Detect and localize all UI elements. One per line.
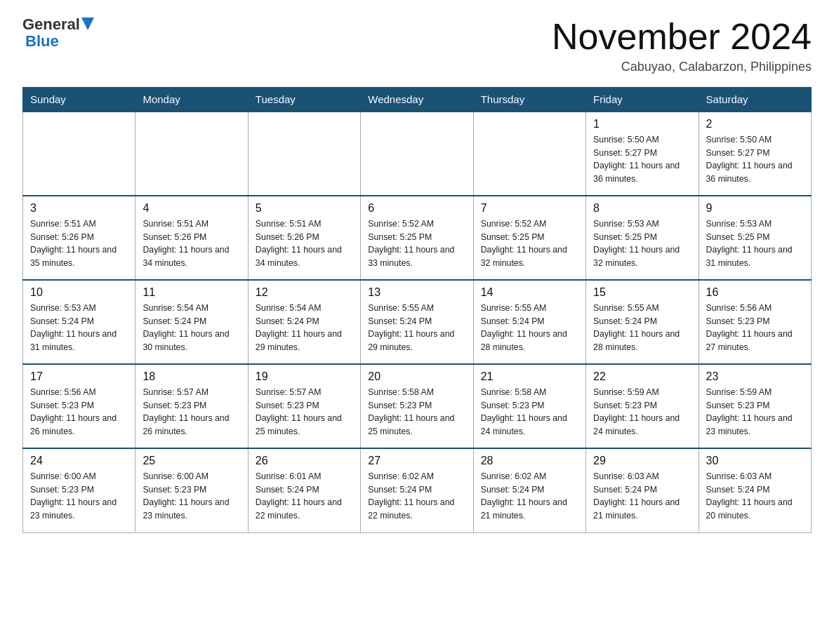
day-cell [23, 112, 135, 196]
weekday-header-saturday: Saturday [699, 88, 811, 112]
day-cell [135, 112, 248, 196]
day-cell: 17Sunrise: 5:56 AM Sunset: 5:23 PM Dayli… [23, 364, 135, 448]
day-info: Sunrise: 5:53 AM Sunset: 5:25 PM Dayligh… [706, 217, 804, 269]
day-number: 9 [706, 202, 804, 215]
day-info: Sunrise: 5:59 AM Sunset: 5:23 PM Dayligh… [593, 386, 691, 438]
day-cell: 12Sunrise: 5:54 AM Sunset: 5:24 PM Dayli… [248, 280, 360, 364]
day-cell: 11Sunrise: 5:54 AM Sunset: 5:24 PM Dayli… [135, 280, 248, 364]
calendar-table: SundayMondayTuesdayWednesdayThursdayFrid… [22, 87, 812, 533]
day-number: 10 [30, 286, 128, 299]
weekday-header-row: SundayMondayTuesdayWednesdayThursdayFrid… [23, 88, 812, 112]
day-number: 16 [706, 286, 804, 299]
day-number: 6 [368, 202, 465, 215]
day-number: 11 [143, 286, 240, 299]
day-info: Sunrise: 5:53 AM Sunset: 5:24 PM Dayligh… [30, 302, 128, 354]
day-info: Sunrise: 6:00 AM Sunset: 5:23 PM Dayligh… [143, 470, 240, 522]
day-info: Sunrise: 5:50 AM Sunset: 5:27 PM Dayligh… [593, 133, 691, 185]
day-cell: 25Sunrise: 6:00 AM Sunset: 5:23 PM Dayli… [135, 448, 248, 532]
day-cell: 7Sunrise: 5:52 AM Sunset: 5:25 PM Daylig… [473, 196, 585, 280]
day-cell: 30Sunrise: 6:03 AM Sunset: 5:24 PM Dayli… [699, 448, 811, 532]
day-cell: 20Sunrise: 5:58 AM Sunset: 5:23 PM Dayli… [361, 364, 473, 448]
weekday-header-sunday: Sunday [23, 88, 135, 112]
day-number: 29 [593, 455, 691, 467]
day-info: Sunrise: 5:52 AM Sunset: 5:25 PM Dayligh… [481, 217, 578, 269]
day-number: 20 [368, 370, 465, 383]
title-area: November 2024 Cabuyao, Calabarzon, Phili… [552, 17, 812, 74]
logo-general-text: General [22, 17, 80, 32]
day-cell: 26Sunrise: 6:01 AM Sunset: 5:24 PM Dayli… [248, 448, 360, 532]
day-number: 12 [256, 286, 353, 299]
day-info: Sunrise: 5:54 AM Sunset: 5:24 PM Dayligh… [256, 302, 353, 354]
day-cell: 13Sunrise: 5:55 AM Sunset: 5:24 PM Dayli… [361, 280, 473, 364]
day-cell [473, 112, 585, 196]
week-row-4: 17Sunrise: 5:56 AM Sunset: 5:23 PM Dayli… [23, 364, 812, 448]
day-info: Sunrise: 6:01 AM Sunset: 5:24 PM Dayligh… [256, 470, 353, 522]
weekday-header-wednesday: Wednesday [361, 88, 473, 112]
week-row-2: 3Sunrise: 5:51 AM Sunset: 5:26 PM Daylig… [23, 196, 812, 280]
week-row-3: 10Sunrise: 5:53 AM Sunset: 5:24 PM Dayli… [23, 280, 812, 364]
day-info: Sunrise: 6:03 AM Sunset: 5:24 PM Dayligh… [706, 470, 804, 522]
day-info: Sunrise: 5:55 AM Sunset: 5:24 PM Dayligh… [593, 302, 691, 354]
logo-triangle-icon [81, 18, 94, 30]
weekday-header-monday: Monday [135, 88, 248, 112]
day-cell: 14Sunrise: 5:55 AM Sunset: 5:24 PM Dayli… [473, 280, 585, 364]
day-number: 27 [368, 455, 465, 467]
day-info: Sunrise: 5:51 AM Sunset: 5:26 PM Dayligh… [256, 217, 353, 269]
day-number: 18 [143, 370, 240, 383]
day-info: Sunrise: 5:56 AM Sunset: 5:23 PM Dayligh… [30, 386, 128, 438]
day-cell: 19Sunrise: 5:57 AM Sunset: 5:23 PM Dayli… [248, 364, 360, 448]
day-number: 2 [706, 118, 804, 130]
logo: General Blue [22, 17, 94, 51]
day-cell: 27Sunrise: 6:02 AM Sunset: 5:24 PM Dayli… [361, 448, 473, 532]
day-info: Sunrise: 5:52 AM Sunset: 5:25 PM Dayligh… [368, 217, 465, 269]
day-number: 5 [256, 202, 353, 215]
svg-marker-0 [81, 18, 94, 30]
day-cell [248, 112, 360, 196]
day-cell: 29Sunrise: 6:03 AM Sunset: 5:24 PM Dayli… [586, 448, 699, 532]
day-number: 17 [30, 370, 128, 383]
day-cell: 22Sunrise: 5:59 AM Sunset: 5:23 PM Dayli… [586, 364, 699, 448]
day-number: 7 [481, 202, 578, 215]
day-cell [361, 112, 473, 196]
day-cell: 4Sunrise: 5:51 AM Sunset: 5:26 PM Daylig… [135, 196, 248, 280]
day-cell: 9Sunrise: 5:53 AM Sunset: 5:25 PM Daylig… [699, 196, 811, 280]
day-info: Sunrise: 6:02 AM Sunset: 5:24 PM Dayligh… [368, 470, 465, 522]
day-info: Sunrise: 5:56 AM Sunset: 5:23 PM Dayligh… [706, 302, 804, 354]
day-cell: 16Sunrise: 5:56 AM Sunset: 5:23 PM Dayli… [699, 280, 811, 364]
day-number: 3 [30, 202, 128, 215]
location-title: Cabuyao, Calabarzon, Philippines [552, 60, 812, 74]
weekday-header-tuesday: Tuesday [248, 88, 360, 112]
day-number: 28 [481, 455, 578, 467]
day-number: 8 [593, 202, 691, 215]
day-info: Sunrise: 5:55 AM Sunset: 5:24 PM Dayligh… [481, 302, 578, 354]
week-row-5: 24Sunrise: 6:00 AM Sunset: 5:23 PM Dayli… [23, 448, 812, 532]
week-row-1: 1Sunrise: 5:50 AM Sunset: 5:27 PM Daylig… [23, 112, 812, 196]
day-cell: 28Sunrise: 6:02 AM Sunset: 5:24 PM Dayli… [473, 448, 585, 532]
day-cell: 8Sunrise: 5:53 AM Sunset: 5:25 PM Daylig… [586, 196, 699, 280]
day-cell: 1Sunrise: 5:50 AM Sunset: 5:27 PM Daylig… [586, 112, 699, 196]
day-number: 4 [143, 202, 240, 215]
day-number: 13 [368, 286, 465, 299]
day-number: 22 [593, 370, 691, 383]
day-info: Sunrise: 5:57 AM Sunset: 5:23 PM Dayligh… [143, 386, 240, 438]
weekday-header-thursday: Thursday [473, 88, 585, 112]
day-info: Sunrise: 5:54 AM Sunset: 5:24 PM Dayligh… [143, 302, 240, 354]
day-info: Sunrise: 5:58 AM Sunset: 5:23 PM Dayligh… [368, 386, 465, 438]
day-number: 14 [481, 286, 578, 299]
day-info: Sunrise: 5:58 AM Sunset: 5:23 PM Dayligh… [481, 386, 578, 438]
day-number: 25 [143, 455, 240, 467]
day-number: 26 [256, 455, 353, 467]
day-info: Sunrise: 5:51 AM Sunset: 5:26 PM Dayligh… [143, 217, 240, 269]
logo-blue-text: Blue [25, 32, 59, 51]
day-number: 19 [256, 370, 353, 383]
day-info: Sunrise: 5:57 AM Sunset: 5:23 PM Dayligh… [256, 386, 353, 438]
day-info: Sunrise: 5:53 AM Sunset: 5:25 PM Dayligh… [593, 217, 691, 269]
day-info: Sunrise: 5:50 AM Sunset: 5:27 PM Dayligh… [706, 133, 804, 185]
month-title: November 2024 [552, 17, 812, 57]
day-number: 24 [30, 455, 128, 467]
day-cell: 5Sunrise: 5:51 AM Sunset: 5:26 PM Daylig… [248, 196, 360, 280]
header: General Blue November 2024 Cabuyao, Cala… [22, 17, 812, 74]
day-info: Sunrise: 5:51 AM Sunset: 5:26 PM Dayligh… [30, 217, 128, 269]
day-cell: 24Sunrise: 6:00 AM Sunset: 5:23 PM Dayli… [23, 448, 135, 532]
day-info: Sunrise: 6:02 AM Sunset: 5:24 PM Dayligh… [481, 470, 578, 522]
